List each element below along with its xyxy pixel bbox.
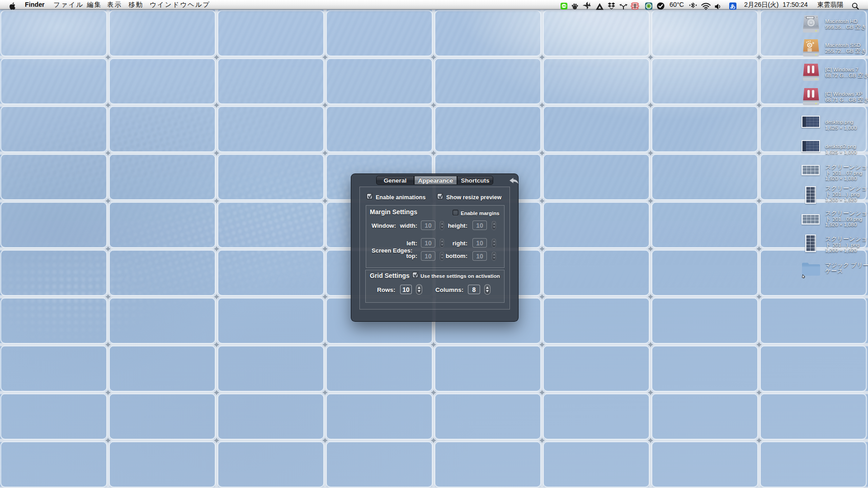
svg-text:あ: あ — [730, 4, 736, 9]
svg-text:LINE: LINE — [561, 5, 566, 7]
